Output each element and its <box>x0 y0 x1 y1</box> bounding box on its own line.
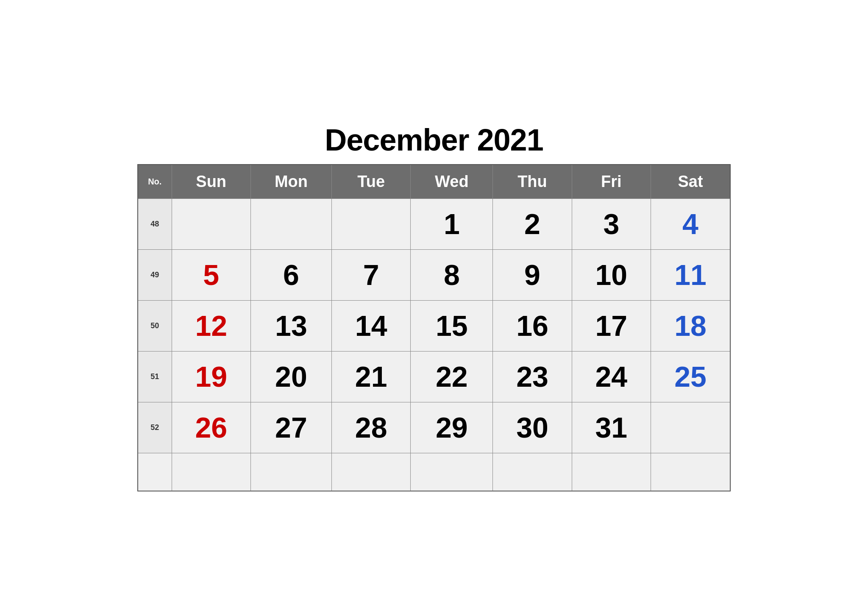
day-cell[interactable]: 27 <box>250 402 331 453</box>
week-row-49: 49567891011 <box>138 249 730 300</box>
day-cell[interactable]: 9 <box>493 249 572 300</box>
empty-cell <box>411 453 493 491</box>
empty-cell <box>572 453 651 491</box>
empty-cell <box>250 453 331 491</box>
header-wed: Wed <box>411 165 493 199</box>
header-tue: Tue <box>331 165 410 199</box>
header-fri: Fri <box>572 165 651 199</box>
day-cell[interactable]: 18 <box>651 300 730 351</box>
week-row-48: 481234 <box>138 198 730 249</box>
calendar-table: No. Sun Mon Tue Wed Thu Fri Sat 48123449… <box>137 164 731 492</box>
day-cell[interactable]: 3 <box>572 198 651 249</box>
day-cell[interactable]: 15 <box>411 300 493 351</box>
empty-cell <box>331 453 410 491</box>
empty-cell <box>493 453 572 491</box>
week-row-50: 5012131415161718 <box>138 300 730 351</box>
calendar-title: December 2021 <box>325 123 543 157</box>
day-cell[interactable]: 7 <box>331 249 410 300</box>
week-num-50: 50 <box>138 300 172 351</box>
day-cell[interactable]: 21 <box>331 351 410 402</box>
week-num-52: 52 <box>138 402 172 453</box>
header-no: No. <box>138 165 172 199</box>
empty-cell <box>138 453 172 491</box>
day-cell[interactable]: 31 <box>572 402 651 453</box>
day-cell[interactable]: 30 <box>493 402 572 453</box>
week-num-48: 48 <box>138 198 172 249</box>
day-cell[interactable]: 2 <box>493 198 572 249</box>
day-cell[interactable]: 16 <box>493 300 572 351</box>
day-cell[interactable]: 29 <box>411 402 493 453</box>
day-cell[interactable]: 6 <box>250 249 331 300</box>
day-cell[interactable] <box>331 198 410 249</box>
week-num-49: 49 <box>138 249 172 300</box>
header-sat: Sat <box>651 165 730 199</box>
header-row: No. Sun Mon Tue Wed Thu Fri Sat <box>138 165 730 199</box>
day-cell[interactable] <box>250 198 331 249</box>
day-cell[interactable]: 12 <box>172 300 250 351</box>
day-cell[interactable] <box>172 198 250 249</box>
day-cell[interactable]: 4 <box>651 198 730 249</box>
day-cell[interactable]: 24 <box>572 351 651 402</box>
day-cell[interactable]: 26 <box>172 402 250 453</box>
empty-cell <box>651 453 730 491</box>
day-cell[interactable]: 5 <box>172 249 250 300</box>
week-row-51: 5119202122232425 <box>138 351 730 402</box>
day-cell[interactable]: 23 <box>493 351 572 402</box>
empty-row <box>138 453 730 491</box>
day-cell[interactable]: 10 <box>572 249 651 300</box>
day-cell[interactable]: 25 <box>651 351 730 402</box>
day-cell[interactable] <box>651 402 730 453</box>
day-cell[interactable]: 17 <box>572 300 651 351</box>
empty-cell <box>172 453 250 491</box>
day-cell[interactable]: 8 <box>411 249 493 300</box>
header-thu: Thu <box>493 165 572 199</box>
week-row-52: 52262728293031 <box>138 402 730 453</box>
day-cell[interactable]: 20 <box>250 351 331 402</box>
day-cell[interactable]: 19 <box>172 351 250 402</box>
day-cell[interactable]: 13 <box>250 300 331 351</box>
day-cell[interactable]: 22 <box>411 351 493 402</box>
day-cell[interactable]: 28 <box>331 402 410 453</box>
day-cell[interactable]: 11 <box>651 249 730 300</box>
day-cell[interactable]: 1 <box>411 198 493 249</box>
header-sun: Sun <box>172 165 250 199</box>
header-mon: Mon <box>250 165 331 199</box>
day-cell[interactable]: 14 <box>331 300 410 351</box>
week-num-51: 51 <box>138 351 172 402</box>
